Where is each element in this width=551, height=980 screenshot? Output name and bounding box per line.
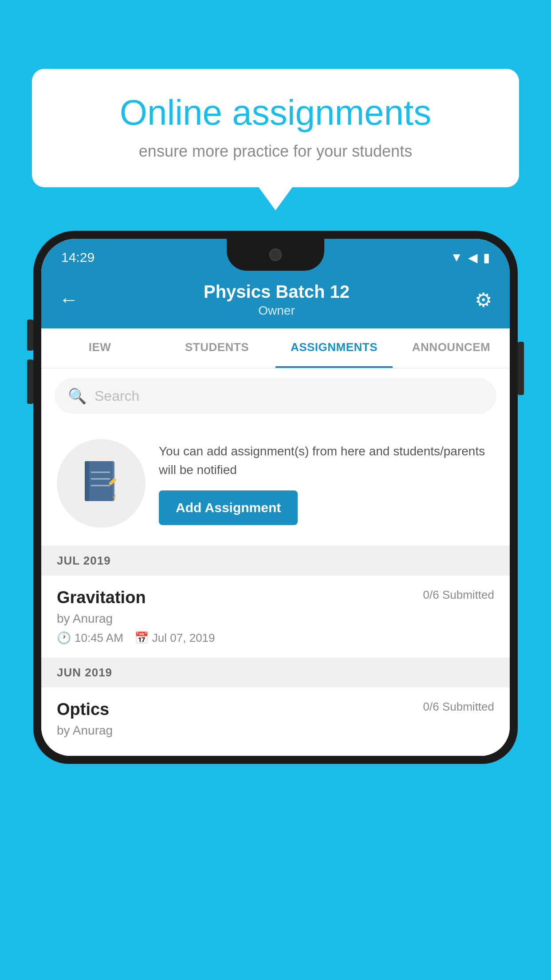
bubble-subtitle: ensure more practice for your students	[59, 142, 492, 161]
notebook-svg-icon	[81, 459, 121, 508]
assignment-date: 📅 Jul 07, 2019	[134, 631, 215, 645]
phone-mockup: 14:29 ▼ ◀ ▮ ← Physics Batch 12 Owner ⚙	[33, 231, 518, 980]
assignment-optics[interactable]: Optics 0/6 Submitted by Anurag	[41, 688, 510, 756]
calendar-icon: 📅	[134, 631, 149, 645]
assignment-optics-title: Optics	[57, 700, 109, 719]
assignment-row-top: Gravitation 0/6 Submitted	[57, 588, 494, 607]
promo-icon-circle	[57, 439, 146, 528]
volume-down-button	[27, 360, 33, 404]
header-subtitle: Owner	[204, 304, 350, 318]
volume-up-button	[27, 320, 33, 351]
tab-assignments[interactable]: ASSIGNMENTS	[276, 328, 393, 368]
tab-overview[interactable]: IEW	[41, 328, 158, 368]
search-container: 🔍 Search	[41, 368, 510, 423]
back-button[interactable]: ←	[59, 288, 79, 311]
promo-content: You can add assignment(s) from here and …	[159, 442, 494, 525]
assignment-author: by Anurag	[57, 612, 494, 626]
tabs-bar: IEW STUDENTS ASSIGNMENTS ANNOUNCEM	[41, 328, 510, 368]
add-assignment-button[interactable]: Add Assignment	[159, 490, 298, 525]
section-jun-2019: JUN 2019	[41, 658, 510, 688]
speech-bubble: Online assignments ensure more practice …	[32, 69, 519, 187]
clock-icon: 🕐	[57, 631, 71, 645]
app-header: ← Physics Batch 12 Owner ⚙	[41, 271, 510, 328]
phone-screen: 14:29 ▼ ◀ ▮ ← Physics Batch 12 Owner ⚙	[41, 239, 510, 756]
add-assignment-promo: You can add assignment(s) from here and …	[41, 423, 510, 546]
svg-rect-1	[87, 461, 113, 501]
assignment-submitted-count: 0/6 Submitted	[423, 588, 494, 602]
search-box[interactable]: 🔍 Search	[55, 378, 496, 414]
phone-notch	[227, 239, 324, 271]
svg-rect-2	[85, 461, 89, 501]
status-time: 14:29	[61, 250, 94, 265]
battery-icon: ▮	[483, 250, 490, 265]
assignment-optics-submitted: 0/6 Submitted	[423, 700, 494, 714]
search-icon: 🔍	[68, 387, 87, 405]
tab-announcements[interactable]: ANNOUNCEM	[393, 328, 510, 368]
header-title-group: Physics Batch 12 Owner	[204, 282, 350, 318]
search-placeholder: Search	[94, 388, 139, 404]
assignment-time-value: 10:45 AM	[75, 631, 123, 645]
assignment-time: 🕐 10:45 AM	[57, 631, 123, 645]
header-title: Physics Batch 12	[204, 282, 350, 302]
assignment-date-value: Jul 07, 2019	[152, 631, 215, 645]
speech-bubble-container: Online assignments ensure more practice …	[32, 69, 519, 187]
wifi-icon: ▼	[450, 250, 463, 265]
assignment-title: Gravitation	[57, 588, 146, 607]
section-jul-2019: JUL 2019	[41, 546, 510, 576]
status-icons: ▼ ◀ ▮	[450, 250, 490, 265]
assignment-meta: 🕐 10:45 AM 📅 Jul 07, 2019	[57, 631, 494, 645]
settings-icon[interactable]: ⚙	[475, 288, 492, 311]
signal-icon: ◀	[468, 250, 478, 265]
power-button	[518, 342, 524, 395]
assignment-gravitation[interactable]: Gravitation 0/6 Submitted by Anurag 🕐 10…	[41, 576, 510, 658]
assignment-optics-row-top: Optics 0/6 Submitted	[57, 700, 494, 719]
tab-students[interactable]: STUDENTS	[158, 328, 276, 368]
bubble-title: Online assignments	[59, 93, 492, 132]
promo-text: You can add assignment(s) from here and …	[159, 442, 494, 479]
phone-outer: 14:29 ▼ ◀ ▮ ← Physics Batch 12 Owner ⚙	[33, 231, 518, 764]
assignment-optics-author: by Anurag	[57, 723, 494, 738]
front-camera	[269, 249, 282, 261]
